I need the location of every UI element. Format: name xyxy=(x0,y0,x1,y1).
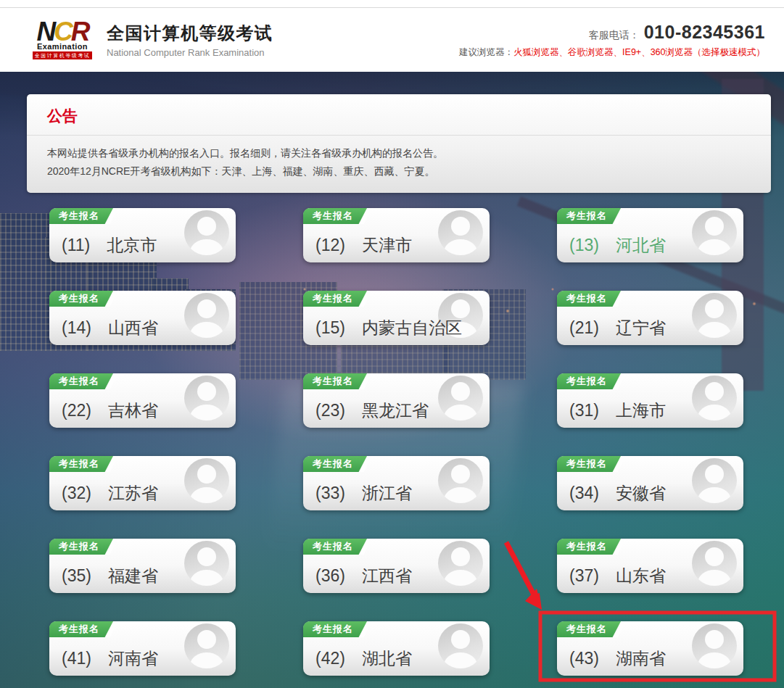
ncre-logo: NCR Examination 全国计算机等级考试 xyxy=(28,20,97,59)
province-label: (34) 安徽省 xyxy=(569,482,666,505)
notice-body: 本网站提供各省级承办机构的报名入口。报名细则，请关注各省级承办机构的报名公告。 … xyxy=(27,136,771,193)
ribbon-label: 考生报名 xyxy=(313,456,353,472)
person-icon xyxy=(438,210,483,255)
province-label: (14) 山西省 xyxy=(62,317,158,339)
province-label: (41) 河南省 xyxy=(62,647,158,670)
person-icon xyxy=(184,623,229,668)
province-card-35[interactable]: 考生报名 (35) 福建省 xyxy=(49,539,236,593)
browser-tip-label: 建议浏览器： xyxy=(459,47,513,57)
ribbon-label: 考生报名 xyxy=(313,621,353,637)
person-icon xyxy=(438,458,483,503)
person-icon xyxy=(692,210,737,255)
header-right: 客服电话： 010-82345361 建议浏览器：火狐浏览器、谷歌浏览器、IE9… xyxy=(459,22,765,59)
province-card-grid: 考生报名 (11) 北京市 考生报名 (12) 天津市 考生报名 (13) 河北… xyxy=(49,208,743,676)
examinee-registration-ribbon: 考生报名 xyxy=(49,291,123,307)
province-label: (12) 天津市 xyxy=(315,234,412,257)
examinee-registration-ribbon: 考生报名 xyxy=(303,539,377,555)
logo-examination-text: Examination xyxy=(37,42,88,51)
browser-tip: 建议浏览器：火狐浏览器、谷歌浏览器、IE9+、360浏览器（选择极速模式） xyxy=(459,46,765,59)
ncre-logo-letters: NCR xyxy=(36,20,88,43)
province-card-13[interactable]: 考生报名 (13) 河北省 xyxy=(557,208,743,262)
person-icon xyxy=(184,293,229,338)
province-label: (35) 福建省 xyxy=(62,565,158,587)
ribbon-label: 考生报名 xyxy=(59,621,99,637)
service-phone-number: 010-82345361 xyxy=(644,22,765,43)
ribbon-label: 考生报名 xyxy=(566,208,607,224)
ribbon-label: 考生报名 xyxy=(566,621,607,637)
ribbon-label: 考生报名 xyxy=(313,539,353,555)
notice-title: 公告 xyxy=(27,94,771,135)
top-strip xyxy=(0,0,784,8)
province-card-22[interactable]: 考生报名 (22) 吉林省 xyxy=(49,373,236,428)
province-label: (32) 江苏省 xyxy=(62,482,158,505)
province-card-41[interactable]: 考生报名 (41) 河南省 xyxy=(49,621,236,676)
ribbon-label: 考生报名 xyxy=(59,456,99,472)
examinee-registration-ribbon: 考生报名 xyxy=(49,373,123,389)
site-header: NCR Examination 全国计算机等级考试 全国计算机等级考试 Nati… xyxy=(0,8,784,72)
province-label: (36) 江西省 xyxy=(315,565,412,587)
province-card-12[interactable]: 考生报名 (12) 天津市 xyxy=(303,208,490,262)
examinee-registration-ribbon: 考生报名 xyxy=(49,621,123,637)
person-icon xyxy=(184,376,229,420)
province-label: (37) 山东省 xyxy=(569,565,666,587)
person-icon xyxy=(692,458,737,503)
person-icon xyxy=(184,210,229,255)
examinee-registration-ribbon: 考生报名 xyxy=(557,208,631,224)
province-label: (13) 河北省 xyxy=(569,234,666,257)
ribbon-label: 考生报名 xyxy=(59,208,99,224)
person-icon xyxy=(692,623,737,668)
province-label: (23) 黑龙江省 xyxy=(315,399,429,422)
person-icon xyxy=(692,293,737,338)
notice-panel: 公告 本网站提供各省级承办机构的报名入口。报名细则，请关注各省级承办机构的报名公… xyxy=(27,94,771,193)
province-card-33[interactable]: 考生报名 (33) 浙江省 xyxy=(303,456,490,510)
examinee-registration-ribbon: 考生报名 xyxy=(303,621,377,637)
examinee-registration-ribbon: 考生报名 xyxy=(49,539,123,555)
province-card-42[interactable]: 考生报名 (42) 湖北省 xyxy=(303,621,490,676)
province-card-32[interactable]: 考生报名 (32) 江苏省 xyxy=(49,456,236,510)
browser-tip-value: 火狐浏览器、谷歌浏览器、IE9+、360浏览器（选择极速模式） xyxy=(513,47,765,57)
ribbon-label: 考生报名 xyxy=(59,373,99,389)
person-icon xyxy=(184,541,229,586)
province-card-11[interactable]: 考生报名 (11) 北京市 xyxy=(49,208,236,262)
person-icon xyxy=(438,376,483,420)
person-icon xyxy=(692,376,737,420)
person-icon xyxy=(438,623,483,668)
service-phone: 客服电话： 010-82345361 xyxy=(459,22,765,43)
ribbon-label: 考生报名 xyxy=(313,373,353,389)
examinee-registration-ribbon: 考生报名 xyxy=(303,208,377,224)
ribbon-label: 考生报名 xyxy=(566,539,607,555)
person-icon xyxy=(692,541,737,586)
province-card-14[interactable]: 考生报名 (14) 山西省 xyxy=(49,291,236,345)
province-card-34[interactable]: 考生报名 (34) 安徽省 xyxy=(557,456,743,510)
province-label: (15) 内蒙古自治区 xyxy=(315,317,462,339)
examinee-registration-ribbon: 考生报名 xyxy=(49,456,123,472)
province-card-31[interactable]: 考生报名 (31) 上海市 xyxy=(557,373,743,428)
ribbon-label: 考生报名 xyxy=(566,456,607,472)
examinee-registration-ribbon: 考生报名 xyxy=(557,539,631,555)
province-label: (43) 湖南省 xyxy=(569,647,666,670)
examinee-registration-ribbon: 考生报名 xyxy=(49,208,123,224)
site-title-en: National Computer Rank Examination xyxy=(107,47,273,58)
ribbon-label: 考生报名 xyxy=(313,291,353,307)
examinee-registration-ribbon: 考生报名 xyxy=(557,291,631,307)
ribbon-label: 考生报名 xyxy=(59,291,99,307)
province-card-15[interactable]: 考生报名 (15) 内蒙古自治区 xyxy=(303,291,490,345)
province-label: (21) 辽宁省 xyxy=(569,317,666,339)
examinee-registration-ribbon: 考生报名 xyxy=(557,373,631,389)
province-card-36[interactable]: 考生报名 (36) 江西省 xyxy=(303,539,490,593)
logo-red-banner: 全国计算机等级考试 xyxy=(33,51,93,59)
province-card-43[interactable]: 考生报名 (43) 湖南省 xyxy=(557,621,743,676)
notice-line: 2020年12月NCRE开考省级机构如下：天津、上海、福建、湖南、重庆、西藏、宁… xyxy=(47,162,751,181)
examinee-registration-ribbon: 考生报名 xyxy=(557,621,631,637)
examinee-registration-ribbon: 考生报名 xyxy=(303,373,377,389)
province-label: (22) 吉林省 xyxy=(62,399,158,422)
notice-line: 本网站提供各省级承办机构的报名入口。报名细则，请关注各省级承办机构的报名公告。 xyxy=(47,144,751,162)
ribbon-label: 考生报名 xyxy=(566,291,607,307)
province-card-21[interactable]: 考生报名 (21) 辽宁省 xyxy=(557,291,743,345)
examinee-registration-ribbon: 考生报名 xyxy=(557,456,631,472)
province-card-23[interactable]: 考生报名 (23) 黑龙江省 xyxy=(303,373,490,428)
person-icon xyxy=(184,458,229,503)
service-phone-label: 客服电话： xyxy=(589,29,640,42)
province-label: (31) 上海市 xyxy=(569,399,666,422)
province-card-37[interactable]: 考生报名 (37) 山东省 xyxy=(557,539,743,593)
